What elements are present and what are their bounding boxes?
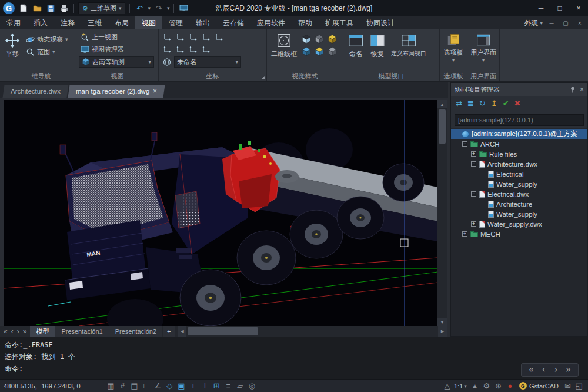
layout-nav-arrow-0[interactable]: « [2, 327, 9, 335]
tree-item-6[interactable]: −Electrical.dwx [451, 189, 587, 199]
wireframe-2d-button[interactable]: 二维线框 [269, 31, 299, 59]
scroll-right-icon[interactable]: ▶ [438, 326, 447, 337]
check-in-icon[interactable]: ✔ [503, 99, 509, 108]
snap-toggle-icon[interactable]: ▤ [129, 380, 140, 392]
horizontal-scroll-thumb[interactable] [188, 327, 258, 335]
expander-icon[interactable]: − [471, 191, 476, 197]
overlay-nav-arrow-0[interactable]: « [529, 366, 534, 374]
object-snap-toggle-icon[interactable]: ▣ [176, 380, 187, 392]
new-document-icon[interactable] [18, 3, 29, 14]
tree-item-7[interactable]: Architecture [451, 199, 587, 209]
ribbon-tab-6[interactable]: 管理 [162, 16, 189, 29]
document-tab-1[interactable]: man tga recober (2).dwg× [68, 85, 165, 98]
ribbon-tab-9[interactable]: 应用软件 [250, 16, 292, 29]
expander-icon[interactable]: − [471, 161, 476, 167]
visual-style-cube-icon-5[interactable] [326, 46, 338, 57]
layout-nav-arrow-1[interactable]: ‹ [10, 327, 15, 335]
ribbon-tab-5[interactable]: 视图 [135, 16, 162, 29]
grid-toggle-icon[interactable]: # [117, 380, 128, 392]
connect-server-icon[interactable]: ⇄ [456, 99, 462, 108]
close-panel-icon[interactable]: × [580, 85, 584, 94]
horizontal-scroll-track[interactable] [186, 326, 438, 337]
server-address-field[interactable]: [admin:sample](127.0.0.1) [455, 114, 584, 126]
upload-icon[interactable]: ↥ [491, 99, 497, 108]
ribbon-tab-11[interactable]: 扩展工具 [319, 16, 360, 29]
close-tab-icon[interactable]: × [153, 87, 157, 95]
ribbon-tab-7[interactable]: 输出 [189, 16, 216, 29]
document-tab-0[interactable]: Architecture.dwx [2, 85, 68, 98]
dialog-launcher-icon[interactable] [261, 76, 265, 79]
display-monitor-icon[interactable] [178, 3, 189, 14]
named-viewports-button[interactable]: 命名 [346, 31, 366, 59]
overlay-nav-arrow-2[interactable]: › [553, 366, 559, 374]
save-icon[interactable] [45, 3, 56, 14]
undo-chevron-icon[interactable]: ▾ [148, 5, 151, 11]
ucs-icon[interactable] [213, 31, 225, 42]
ribbon-tab-3[interactable]: 三维 [81, 16, 108, 29]
scroll-left-icon[interactable]: ◀ [178, 326, 186, 337]
ucs-icon[interactable] [174, 44, 186, 55]
doc-close-button[interactable]: × [574, 20, 585, 26]
expander-icon[interactable]: − [462, 141, 467, 147]
visual-style-cube-icon-1[interactable] [313, 34, 325, 45]
ucs-name-combo[interactable]: 未命名 ▾ [174, 56, 241, 68]
ucs-icon[interactable] [187, 31, 199, 42]
viewport-canvas[interactable]: MAN [4, 100, 437, 326]
add-layout-tab[interactable]: + [163, 326, 175, 337]
dynamic-input-toggle-icon[interactable]: ⊞ [211, 380, 222, 392]
refresh-icon[interactable]: ↻ [479, 99, 486, 108]
hardware-acceleration-icon[interactable]: ● [505, 380, 516, 392]
layout-nav-arrow-2[interactable]: › [16, 327, 21, 335]
overlay-nav-arrow-3[interactable]: » [566, 366, 571, 374]
ribbon-tab-2[interactable]: 注释 [54, 16, 81, 29]
layout-nav-arrow-3[interactable]: » [22, 327, 28, 335]
annotation-visibility-icon[interactable]: ▲ [469, 380, 480, 392]
doc-restore-button[interactable]: ▢ [560, 20, 571, 26]
ribbon-tab-8[interactable]: 云存储 [216, 16, 250, 29]
tree-item-1[interactable]: −ARCH [451, 139, 587, 149]
doc-minimize-button[interactable]: ─ [546, 20, 557, 26]
workspace-combo[interactable]: ⚙ 二维草图 ▾ [78, 2, 125, 14]
tree-item-9[interactable]: +Water_supply.dwx [451, 219, 587, 229]
dynamic-ucs-toggle-icon[interactable]: ⊥ [199, 380, 211, 392]
visual-style-cube-icon-4[interactable] [313, 46, 325, 57]
tree-item-3[interactable]: −Architecture.dwx [451, 159, 587, 169]
expander-icon[interactable]: + [471, 151, 476, 157]
scroll-up-icon[interactable]: ▲ [437, 100, 447, 108]
visual-style-cube-icon-2[interactable] [326, 34, 338, 45]
ortho-toggle-icon[interactable]: ∟ [141, 380, 152, 392]
ucs-icon[interactable] [161, 31, 173, 42]
palettes-button[interactable]: 选项板 ▾ [442, 31, 465, 64]
minimize-button[interactable]: ─ [532, 0, 550, 16]
visual-style-cube-icon-3[interactable] [300, 46, 312, 57]
define-layout-viewport-button[interactable]: 定义布局视口 [389, 31, 428, 59]
ribbon-tab-12[interactable]: 协同设计 [360, 16, 401, 29]
ribbon-tab-10[interactable]: 帮助 [292, 16, 319, 29]
tree-item-4[interactable]: Electrical [451, 169, 587, 179]
layout-tab-0[interactable]: 模型 [30, 326, 55, 337]
tree-item-8[interactable]: Water_supply [451, 209, 587, 219]
zoom-extents-button[interactable]: 范围 ▾ [24, 46, 70, 58]
fullscreen-icon[interactable]: ◱ [573, 380, 584, 392]
visual-style-cube-icon-0[interactable] [300, 34, 312, 45]
ribbon-tab-0[interactable]: 常用 [0, 16, 27, 29]
transparency-toggle-icon[interactable]: ▱ [235, 380, 246, 392]
settings-gear-icon[interactable]: ⚙ [481, 380, 492, 392]
details-view-icon[interactable]: ≣ [467, 99, 474, 108]
previous-view-button[interactable]: 上一视图 [79, 31, 119, 43]
redo-icon[interactable]: ↷ [153, 3, 164, 14]
print-icon[interactable] [59, 3, 69, 14]
horizontal-scrollbar[interactable]: ◀ ▶ [178, 326, 447, 337]
maximize-button[interactable]: □ [550, 0, 569, 16]
ucs-world-icon[interactable] [161, 57, 173, 68]
tree-item-0[interactable]: [admin:sample](127.0.0.1)@主方案 [451, 129, 587, 139]
restore-viewports-button[interactable]: 恢复 [368, 31, 387, 59]
command-line-window[interactable]: 命令:_.ERASE选择对象: 找到 1 个命令: «‹›» [0, 337, 588, 379]
orbit-button[interactable]: 动态观察 ▾ [24, 34, 70, 45]
vertical-scrollbar[interactable]: ▲ ▼ [437, 100, 447, 326]
gstarcad-logo-icon[interactable]: G [3, 2, 15, 14]
model-space-toggle-icon[interactable]: ▦ [105, 380, 116, 392]
isodraft-toggle-icon[interactable]: ◇ [164, 380, 175, 392]
pin-icon[interactable] [570, 87, 576, 93]
polar-tracking-toggle-icon[interactable]: ∠ [152, 380, 163, 392]
